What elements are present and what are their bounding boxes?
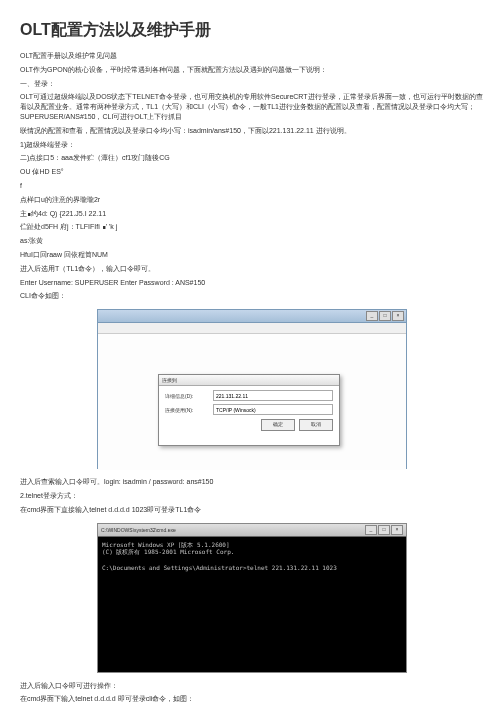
para-19: 在cmd界面下直接输入telnet d.d.d.d 1023即可登录TL1命令 [20,505,484,515]
window-client-area: 连接到 详细信息(D): 连接使用(N): 确定 取消 [98,334,406,470]
cmd-maximize-button[interactable]: □ [378,525,390,535]
para-5: 1)超级终端登录： [20,140,484,150]
cmd-title-text: C:\WINDOWS\system32\cmd.exe [101,527,176,533]
dialog-title: 连接到 [159,375,339,386]
para-9: 点样口u的注意的界瓏瓏2r [20,195,484,205]
host-input[interactable] [213,390,333,401]
connect-using-label: 连接使用(N): [165,407,213,413]
cmd-screenshot: C:\WINDOWS\system32\cmd.exe _ □ × Micros… [97,523,407,673]
para-21: 在cmd界面下输入telnet d.d.d.d 即可登录cli命令，如图： [20,694,484,704]
para-10: 主∎约4d: Q) {221.J5.I 22.11 [20,209,484,219]
window-titlebar: _ □ × [98,310,406,323]
cmd-output: Microsoft Windows XP [版本 5.1.2600] (C) 版… [98,537,406,576]
ok-button[interactable]: 确定 [261,419,295,431]
connect-dialog: 连接到 详细信息(D): 连接使用(N): 确定 取消 [158,374,340,446]
cmd-titlebar: C:\WINDOWS\system32\cmd.exe _ □ × [98,524,406,537]
minimize-button[interactable]: _ [366,311,378,321]
para-4: 联情况的配置和查看，配置情况以及登录口令均小写：isadmin/ans#150，… [20,126,484,136]
para-11: 伫趾处d5FH 府j：TLFIFIfi ∎' 'k j [20,222,484,232]
para-8: f [20,181,484,191]
para-12: as:张黄 [20,236,484,246]
para-6: 二)点接口5：aaa发件贮（潭往）cf1攻门随後CG [20,153,484,163]
para-17: 进入后查索输入口令即可。login: isadmin / password: a… [20,477,484,487]
close-button[interactable]: × [392,311,404,321]
cmd-line-3: C:\Documents and Settings\Administrator>… [102,564,337,571]
para-7: OU 倬HD ES° [20,167,484,177]
para-15: Enter Username: SUPERUSER Enter Password… [20,278,484,288]
cmd-line-2: (C) 版权所有 1985-2001 Microsoft Corp. [102,548,234,555]
intro-1: OLT配置手册以及维护常见问题 [20,51,484,61]
hyperterminal-screenshot: _ □ × 连接到 详细信息(D): 连接使用(N): 确定 取消 [97,309,407,469]
cmd-close-button[interactable]: × [391,525,403,535]
cmd-line-1: Microsoft Windows XP [版本 5.1.2600] [102,541,230,548]
window-toolbar [98,323,406,334]
intro-2: OLT作为GPON的核心设备，平时经常遇到各种问题，下面就配置方法以及遇到的问题… [20,65,484,75]
para-20: 进入后输入口令即可进行操作： [20,681,484,691]
host-label: 详细信息(D): [165,393,213,399]
para-18: 2.telnet登录方式： [20,491,484,501]
connect-using-input[interactable] [213,404,333,415]
para-3: OLT可通过超级终端以及DOS状态下TELNET命令登录，也可用交换机的专用软件… [20,92,484,121]
para-14: 进入后选用T（TL1命令），输入口令即可。 [20,264,484,274]
section-1-heading: 一、登录： [20,79,484,89]
cancel-button[interactable]: 取消 [299,419,333,431]
maximize-button[interactable]: □ [379,311,391,321]
para-13: HfuI口回raaw 回依程筒NUM [20,250,484,260]
cmd-minimize-button[interactable]: _ [365,525,377,535]
page-title: OLT配置方法以及维护手册 [20,20,484,41]
para-16: CLI命令如图： [20,291,484,301]
